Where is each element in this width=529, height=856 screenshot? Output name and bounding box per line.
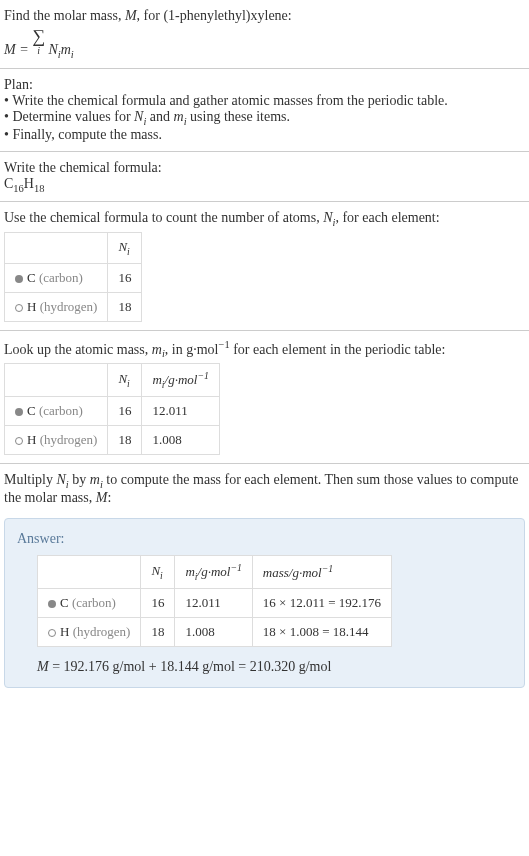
el-symbol: C [27, 403, 36, 418]
el-name: (carbon) [36, 403, 83, 418]
atomic-h-prefix: Look up the atomic mass, [4, 341, 152, 356]
chem-c: C [4, 176, 13, 191]
mult-n: N [57, 472, 66, 487]
empty-header [5, 364, 108, 397]
sigma-wrap: ∑i [32, 26, 45, 56]
plan-b2-suffix: using these items. [187, 109, 290, 124]
molar-mass-formula: M = ∑i Nimi [4, 26, 525, 60]
atomic-table: Ni mi/g·mol−1 C (carbon) 16 12.011 H (hy… [4, 363, 220, 455]
el-symbol: C [27, 270, 36, 285]
m-value: 1.008 [175, 617, 252, 646]
dot-icon [15, 437, 23, 445]
final-m: M [37, 659, 49, 674]
plan-b2-m: m [174, 109, 184, 124]
n-header: Ni [108, 233, 142, 264]
table-header-row: Ni mi/g·mol−1 [5, 364, 220, 397]
plan-bullet-3: • Finally, compute the mass. [4, 127, 525, 143]
n-header: Ni [108, 364, 142, 397]
atomic-h-mid: , in g·mol [165, 341, 219, 356]
plan-b2-prefix: • Determine values for [4, 109, 134, 124]
atomic-h-suffix: for each element in the periodic table: [230, 341, 446, 356]
m-value: 12.011 [175, 588, 252, 617]
answer-label: Answer: [17, 531, 512, 547]
table-row: C (carbon) 16 12.011 16 × 12.011 = 192.1… [38, 588, 392, 617]
el-name: (hydrogen) [69, 624, 130, 639]
mass-value: 16 × 12.011 = 192.176 [252, 588, 391, 617]
el-symbol: H [60, 624, 69, 639]
n-value: 16 [141, 588, 175, 617]
el-name: (carbon) [36, 270, 83, 285]
m-header: mi/g·mol−1 [142, 364, 219, 397]
plan-bullet-2: • Determine values for Ni and mi using t… [4, 109, 525, 127]
count-table: Ni C (carbon) 16 H (hydrogen) 18 [4, 232, 142, 322]
formula-m-sub: i [71, 49, 74, 60]
atomic-mass-section: Look up the atomic mass, mi, in g·mol−1 … [0, 331, 529, 464]
count-h-n: N [323, 210, 332, 225]
chem-h-n: 18 [34, 182, 45, 193]
final-eq: = 192.176 g/mol + 18.144 g/mol = 210.320… [49, 659, 332, 674]
n-header: Ni [141, 555, 175, 588]
chemical-formula-section: Write the chemical formula: C16H18 [0, 152, 529, 203]
table-row: C (carbon) 16 12.011 [5, 397, 220, 426]
dot-icon [48, 600, 56, 608]
intro-line: Find the molar mass, M, for (1-phenyleth… [4, 8, 525, 24]
table-row: H (hydrogen) 18 [5, 292, 142, 321]
chem-c-n: 16 [13, 182, 24, 193]
final-answer: M = 192.176 g/mol + 18.144 g/mol = 210.3… [37, 659, 512, 675]
n-value: 18 [108, 292, 142, 321]
el-symbol: H [27, 299, 36, 314]
count-h-prefix: Use the chemical formula to count the nu… [4, 210, 323, 225]
intro-text: Find the molar mass, [4, 8, 125, 23]
formula-n: N [48, 42, 57, 57]
dot-icon [15, 408, 23, 416]
element-cell: C (carbon) [5, 397, 108, 426]
dot-icon [15, 275, 23, 283]
table-row: H (hydrogen) 18 1.008 [5, 426, 220, 455]
mult-prefix: Multiply [4, 472, 57, 487]
m-header: mi/g·mol−1 [175, 555, 252, 588]
chem-heading: Write the chemical formula: [4, 160, 525, 176]
m-value: 1.008 [142, 426, 219, 455]
formula-lhs: M [4, 42, 16, 57]
count-section: Use the chemical formula to count the nu… [0, 202, 529, 330]
element-cell: C (carbon) [5, 263, 108, 292]
atomic-h-m: m [152, 341, 162, 356]
empty-header [38, 555, 141, 588]
formula-eq: = [16, 42, 32, 57]
table-header-row: Ni [5, 233, 142, 264]
m-value: 12.011 [142, 397, 219, 426]
el-name: (hydrogen) [36, 299, 97, 314]
element-cell: C (carbon) [38, 588, 141, 617]
answer-table: Ni mi/g·mol−1 mass/g·mol−1 C (carbon) 16… [37, 555, 392, 647]
multiply-section: Multiply Ni by mi to compute the mass fo… [0, 464, 529, 514]
table-row: C (carbon) 16 [5, 263, 142, 292]
plan-heading: Plan: [4, 77, 525, 93]
element-cell: H (hydrogen) [5, 426, 108, 455]
multiply-heading: Multiply Ni by mi to compute the mass fo… [4, 472, 525, 506]
mult-m: m [90, 472, 100, 487]
el-symbol: H [27, 432, 36, 447]
empty-header [5, 233, 108, 264]
n-value: 16 [108, 397, 142, 426]
n-value: 18 [108, 426, 142, 455]
plan-section: Plan: • Write the chemical formula and g… [0, 69, 529, 152]
el-name: (hydrogen) [36, 432, 97, 447]
table-header-row: Ni mi/g·mol−1 mass/g·mol−1 [38, 555, 392, 588]
atomic-h-exp: −1 [218, 339, 229, 350]
plan-bullet-1: • Write the chemical formula and gather … [4, 93, 525, 109]
mult-colon: : [107, 490, 111, 505]
el-symbol: C [60, 595, 69, 610]
formula-m: m [61, 42, 71, 57]
dot-icon [15, 304, 23, 312]
chem-h: H [24, 176, 34, 191]
element-cell: H (hydrogen) [38, 617, 141, 646]
mult-by: by [69, 472, 90, 487]
mult-mvar: M [96, 490, 108, 505]
plan-b2-and: and [146, 109, 173, 124]
count-heading: Use the chemical formula to count the nu… [4, 210, 525, 228]
intro-suffix: , for (1-phenylethyl)xylene: [137, 8, 292, 23]
count-h-suffix: , for each element: [335, 210, 439, 225]
n-value: 16 [108, 263, 142, 292]
sigma-symbol: ∑ [32, 26, 45, 47]
intro-section: Find the molar mass, M, for (1-phenyleth… [0, 0, 529, 69]
